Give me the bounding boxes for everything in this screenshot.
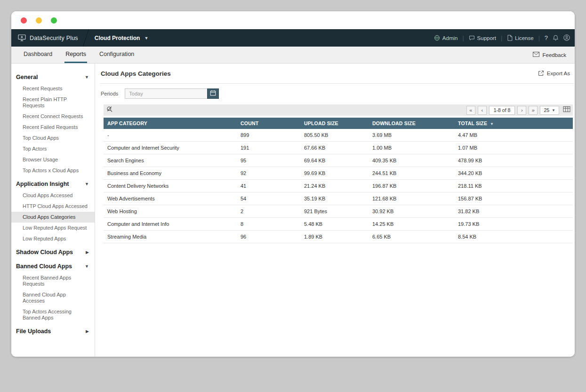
table-cell: - [104,129,237,142]
license-link[interactable]: License [507,35,534,41]
table-cell: 344.20 KB [454,167,573,180]
window-titlebar [11,11,575,29]
table-cell: Computer and Internet Security [104,142,237,154]
notifications-button[interactable] [553,34,559,42]
sidebar-item-recent-failed-requests[interactable]: Recent Failed Requests [11,122,95,133]
sidebar-item-recent-banned-apps-requests[interactable]: Recent Banned Apps Requests [11,272,95,289]
support-link[interactable]: Support [469,35,496,41]
column-grid-icon [563,106,570,114]
sidebar-item-top-cloud-apps[interactable]: Top Cloud Apps [11,133,95,144]
main-content: Cloud Apps Categories Export As Periods [95,64,575,357]
sidebar-section-shadow-cloud-apps[interactable]: Shadow Cloud Apps▶ [11,244,95,258]
chevron-right-icon: ▶ [86,329,89,334]
sidebar-item-low-reputed-apps[interactable]: Low Reputed Apps [11,233,95,244]
section-items: Recent Banned Apps RequestsBanned Cloud … [11,272,95,323]
license-label: License [515,35,534,41]
table-cell: 4.47 MB [454,129,573,142]
chevron-down-icon: ▼ [144,36,148,40]
export-as-button[interactable]: Export As [538,70,570,77]
sidebar-item-top-actors-accessing-banned-apps[interactable]: Top Actors Accessing Banned Apps [11,306,95,323]
user-icon [563,34,570,42]
column-header-download-size[interactable]: DOWNLOAD SIZE [369,118,454,129]
search-toggle-button[interactable] [106,106,113,114]
pager-prev-button[interactable]: ‹ [478,106,487,115]
feedback-button[interactable]: Feedback [533,47,575,63]
app-window: DataSecurity Plus Cloud Protection ▼ Adm… [11,11,575,357]
tab-configuration[interactable]: Configuration [98,47,135,63]
table-row[interactable]: Streaming Media961.89 KB6.65 KB8.54 KB [104,231,573,243]
sidebar-item-top-actors-x-cloud-apps[interactable]: Top Actors x Cloud Apps [11,165,95,176]
table-cell: Web Advertisements [104,192,237,205]
module-selector[interactable]: Cloud Protection ▼ [86,35,155,41]
sidebar-item-top-actors[interactable]: Top Actors [11,144,95,154]
module-label: Cloud Protection [95,35,140,41]
section-label: Application Insight [16,181,69,187]
table-cell: 2 [237,205,300,218]
globe-icon [434,35,440,41]
sidebar-section-banned-cloud-apps[interactable]: Banned Cloud Apps▼ [11,258,95,272]
license-document-icon [507,35,513,41]
subnav: DashboardReportsConfiguration Feedback [11,47,575,64]
column-header-upload-size[interactable]: UPLOAD SIZE [300,118,369,129]
table-cell: 1.89 KB [300,231,369,243]
sidebar-section-file-uploads[interactable]: File Uploads▶ [11,323,95,337]
calendar-button[interactable] [207,88,219,99]
datasecurity-logo-icon [18,34,26,41]
table-cell: Computer and Internet Info [104,218,237,231]
sidebar-item-recent-plain-http-requests[interactable]: Recent Plain HTTP Requests [11,94,95,111]
period-input[interactable] [125,88,207,99]
sidebar-item-cloud-apps-categories[interactable]: Cloud Apps Categories [11,212,95,223]
pager-last-button[interactable]: » [529,106,538,115]
column-header-count[interactable]: COUNT [237,118,300,129]
table-row[interactable]: Business and Economy9299.69 KB244.51 KB3… [104,167,573,180]
table-row[interactable]: Web Advertisements5435.19 KB121.68 KB156… [104,192,573,205]
sidebar-item-banned-cloud-app-accesses[interactable]: Banned Cloud App Accesses [11,289,95,306]
sidebar-section-general[interactable]: General▼ [11,69,95,83]
table-row[interactable]: Search Engines9569.64 KB409.35 KB478.99 … [104,154,573,167]
chat-icon [469,35,475,41]
table-row[interactable]: -899805.50 KB3.69 MB4.47 MB [104,129,573,142]
sidebar-section-application-insight[interactable]: Application Insight▼ [11,176,95,190]
periods-label: Periods [101,91,118,96]
page-size-select[interactable]: 25 ▼ [540,106,559,115]
sidebar-item-browser-usage[interactable]: Browser Usage [11,154,95,165]
column-header-total-size[interactable]: TOTAL SIZE▼ [454,118,573,129]
help-button[interactable]: ? [545,34,548,41]
tab-dashboard[interactable]: Dashboard [23,47,53,63]
table-cell: 92 [237,167,300,180]
table-cell: Web Hosting [104,205,237,218]
minimize-window-button[interactable] [36,17,42,24]
close-window-button[interactable] [21,17,27,24]
sidebar-item-cloud-apps-accessed[interactable]: Cloud Apps Accessed [11,190,95,201]
sidebar-item-recent-requests[interactable]: Recent Requests [11,83,95,94]
section-label: File Uploads [16,328,51,335]
table-cell: 35.19 KB [300,192,369,205]
admin-link[interactable]: Admin [434,35,458,41]
section-items: Cloud Apps AccessedHTTP Cloud Apps Acces… [11,190,95,244]
table-row[interactable]: Computer and Internet Security19167.66 K… [104,142,573,154]
table-row[interactable]: Computer and Internet Info85.48 KB14.25 … [104,218,573,231]
table-toolbar: « ‹ 1-8 of 8 › » 25 ▼ [104,104,573,116]
column-chooser-button[interactable] [563,106,570,114]
table-row[interactable]: Web Hosting2921 Bytes30.92 KB31.82 KB [104,205,573,218]
table-cell: Business and Economy [104,167,237,180]
table-cell: 244.51 KB [369,167,454,180]
support-label: Support [477,35,496,41]
table-body: -899805.50 KB3.69 MB4.47 MBComputer and … [104,129,573,243]
account-button[interactable] [563,34,570,42]
sidebar-item-low-reputed-apps-request[interactable]: Low Reputed Apps Request [11,223,95,233]
table-cell: 1.07 MB [454,142,573,154]
table-cell: 30.92 KB [369,205,454,218]
table-row[interactable]: Content Delivery Networks4121.24 KB196.8… [104,180,573,192]
section-label: General [16,74,38,80]
sidebar-item-http-cloud-apps-accessed[interactable]: HTTP Cloud Apps Accessed [11,201,95,212]
chevron-down-icon: ▼ [85,75,89,80]
maximize-window-button[interactable] [51,17,57,24]
pager-next-button[interactable]: › [517,106,526,115]
column-header-app-category[interactable]: APP CATEGORY [104,118,237,129]
tab-reports[interactable]: Reports [64,47,87,63]
section-label: Shadow Cloud Apps [16,249,73,256]
sidebar-item-recent-connect-requests[interactable]: Recent Connect Requests [11,111,95,122]
pager-first-button[interactable]: « [466,106,475,115]
table-cell: 1.00 MB [369,142,454,154]
